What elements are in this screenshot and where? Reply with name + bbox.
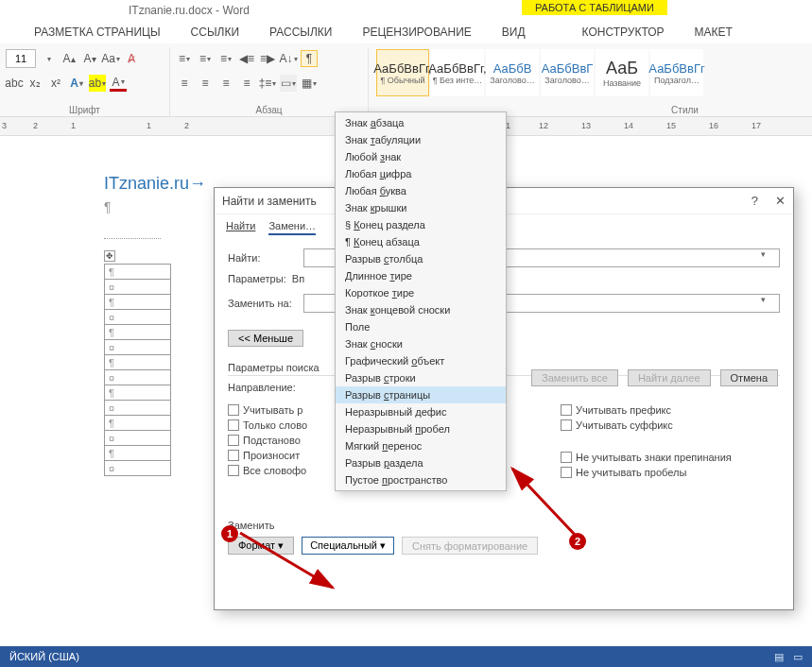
read-mode-view-icon[interactable]: ▭ [793, 651, 803, 663]
cancel-button[interactable]: Отмена [720, 369, 778, 386]
special-characters-menu[interactable]: Знак абзацаЗнак табуляцииЛюбой знакЛюбая… [335, 111, 507, 491]
style-item-4[interactable]: АаБНазвание [596, 49, 648, 96]
style-item-1[interactable]: АаБбВвГг,¶ Без инте… [431, 49, 484, 96]
special-menu-item-12[interactable]: Поле [336, 318, 506, 335]
special-menu-item-16[interactable]: Разрыв страницы [336, 386, 506, 403]
help-icon[interactable]: ? [752, 194, 758, 208]
table-cell[interactable]: ¤ [105, 431, 171, 446]
change-case-icon[interactable]: Aa [102, 50, 119, 67]
table-cell[interactable]: ¶ [105, 385, 171, 401]
tab-mailings[interactable]: РАССЫЛКИ [269, 26, 332, 39]
align-left-icon[interactable]: ≡ [176, 75, 193, 92]
align-right-icon[interactable]: ≡ [217, 75, 234, 92]
table-cell[interactable]: ¤ [105, 370, 171, 385]
chevron-down-icon[interactable]: ▾ [761, 249, 766, 259]
table-cell[interactable]: ¶ [105, 295, 171, 310]
sort-icon[interactable]: A↓ [280, 50, 297, 67]
font-size-dropdown-icon[interactable] [40, 50, 57, 67]
tab-table-design[interactable]: КОНСТРУКТОР [582, 26, 665, 39]
tab-find[interactable]: Найти [226, 220, 255, 235]
special-menu-item-3[interactable]: Любая цифра [336, 165, 506, 182]
special-menu-item-10[interactable]: Короткое тире [336, 284, 506, 301]
find-next-button[interactable]: Найти далее [628, 369, 711, 386]
clear-formatting-icon[interactable]: A̷ [123, 50, 140, 67]
special-menu-item-20[interactable]: Разрыв раздела [336, 454, 506, 471]
special-menu-item-15[interactable]: Разрыв строки [336, 369, 506, 386]
style-item-5[interactable]: АаБбВвГгПодзагол… [650, 49, 703, 96]
special-menu-item-6[interactable]: § Конец раздела [336, 216, 506, 233]
tab-table-layout[interactable]: МАКЕТ [695, 26, 733, 39]
tab-references[interactable]: ССЫЛКИ [191, 26, 239, 39]
special-menu-item-7[interactable]: ¶ Конец абзаца [336, 233, 506, 250]
special-menu-item-0[interactable]: Знак абзаца [336, 114, 506, 131]
table-cell[interactable]: ¶ [105, 325, 171, 340]
search-option-right-0[interactable]: Учитывать префикс [561, 404, 780, 416]
font-color-icon[interactable]: A [110, 75, 127, 92]
decrease-indent-icon[interactable]: ◀≡ [238, 50, 255, 67]
shrink-font-icon[interactable]: A▾ [81, 50, 98, 67]
special-menu-item-21[interactable]: Пустое пространство [336, 471, 506, 488]
align-center-icon[interactable]: ≡ [197, 75, 214, 92]
print-layout-view-icon[interactable]: ▤ [774, 651, 784, 663]
special-menu-item-9[interactable]: Длинное тире [336, 267, 506, 284]
special-menu-item-11[interactable]: Знак концевой сноски [336, 301, 506, 318]
close-icon[interactable]: ✕ [775, 194, 786, 208]
borders-icon[interactable]: ▦ [301, 75, 318, 92]
table-move-handle[interactable]: ✥ [104, 250, 115, 262]
superscript-icon[interactable]: x² [47, 75, 64, 92]
chevron-down-icon[interactable]: ▾ [761, 295, 766, 304]
tab-view[interactable]: ВИД [502, 26, 526, 39]
search-option-right-3[interactable]: Не учитывать пробелы [561, 467, 780, 478]
highlight-icon[interactable]: ab [89, 75, 106, 92]
table-cell[interactable]: ¶ [105, 265, 171, 280]
search-option-right-2[interactable]: Не учитывать знаки препинания [561, 452, 780, 463]
justify-icon[interactable]: ≡ [238, 75, 255, 92]
font-size-input[interactable] [6, 49, 36, 68]
tab-review[interactable]: РЕЦЕНЗИРОВАНИЕ [362, 26, 471, 39]
table-cell[interactable]: ¤ [105, 340, 171, 355]
styles-gallery[interactable]: АаБбВвГг,¶ ОбычныйАаБбВвГг,¶ Без инте…Аа… [374, 47, 806, 98]
special-menu-item-4[interactable]: Любая буква [336, 182, 506, 199]
checkbox-icon[interactable] [561, 404, 572, 416]
increase-indent-icon[interactable]: ≡▶ [259, 50, 276, 67]
special-menu-item-17[interactable]: Неразрывный дефис [336, 403, 506, 420]
special-menu-item-18[interactable]: Неразрывный пробел [336, 420, 506, 437]
grow-font-icon[interactable]: A▴ [60, 50, 78, 67]
special-menu-item-1[interactable]: Знак табуляции [336, 131, 506, 148]
checkbox-icon[interactable] [561, 452, 572, 463]
table-cell[interactable]: ¶ [105, 446, 171, 461]
style-item-0[interactable]: АаБбВвГг,¶ Обычный [376, 49, 429, 96]
shading-icon[interactable]: ▭ [280, 75, 297, 92]
document-table[interactable]: ¶¤¶¤¶¤¶¤¶¤¶¤¶¤ [104, 264, 171, 476]
special-menu-item-2[interactable]: Любой знак [336, 148, 506, 165]
tab-page-layout[interactable]: РАЗМЕТКА СТРАНИЦЫ [34, 26, 161, 39]
checkbox-icon[interactable] [228, 450, 239, 461]
language-indicator[interactable]: ЙСКИЙ (США) [9, 651, 79, 662]
checkbox-icon[interactable] [228, 465, 239, 476]
less-options-button[interactable]: << Меньше [228, 330, 303, 347]
show-marks-icon[interactable]: ¶ [301, 50, 318, 67]
style-item-2[interactable]: АаБбВЗаголово… [486, 49, 539, 96]
document-hyperlink[interactable]: ITznanie.ru→ [104, 174, 206, 193]
line-spacing-icon[interactable]: ‡≡ [259, 75, 276, 92]
tab-replace[interactable]: Замени… [268, 220, 316, 235]
special-menu-item-8[interactable]: Разрыв столбца [336, 250, 506, 267]
subscript-icon[interactable]: x₂ [26, 75, 43, 92]
checkbox-icon[interactable] [228, 404, 239, 416]
checkbox-icon[interactable] [228, 435, 239, 446]
table-cell[interactable]: ¶ [105, 355, 171, 370]
style-item-3[interactable]: АаБбВвГЗаголово… [541, 49, 594, 96]
special-menu-item-5[interactable]: Знак крышки [336, 199, 506, 216]
strikethrough-icon[interactable]: abc [6, 75, 23, 92]
checkbox-icon[interactable] [228, 419, 239, 431]
table-cell[interactable]: ¤ [105, 461, 171, 476]
bullets-icon[interactable]: ≡ [176, 50, 193, 67]
special-menu-item-19[interactable]: Мягкий перенос [336, 437, 506, 454]
text-effects-icon[interactable]: A [68, 75, 85, 92]
search-option-right-1[interactable]: Учитывать суффикс [561, 419, 780, 431]
checkbox-icon[interactable] [561, 419, 572, 431]
table-cell[interactable]: ¤ [105, 401, 171, 416]
table-cell[interactable]: ¶ [105, 416, 171, 431]
numbering-icon[interactable]: ≡ [197, 50, 214, 67]
special-menu-item-13[interactable]: Знак сноски [336, 335, 506, 352]
